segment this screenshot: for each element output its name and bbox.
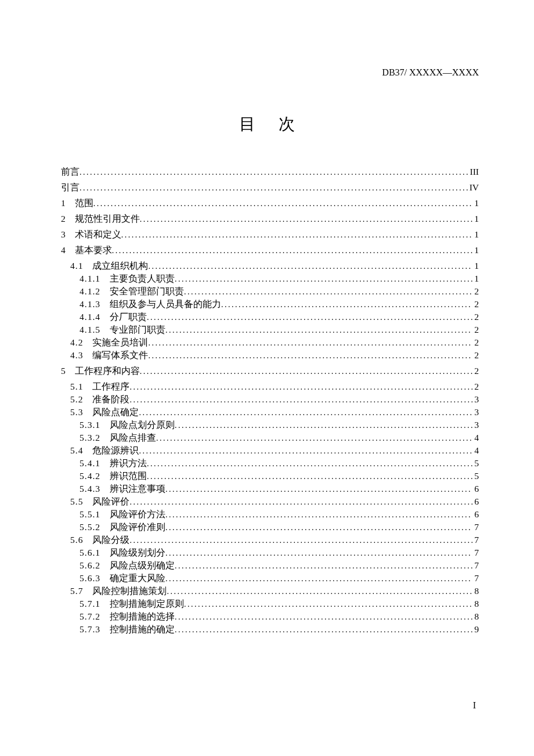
toc-leader-dots [165, 548, 472, 557]
toc-title: 确定重大风险 [110, 574, 165, 583]
toc-entry: 4.1.5 专业部门职责 2 [61, 325, 479, 334]
toc-num: 4.1.3 [80, 300, 100, 309]
toc-title: 成立组织机构 [92, 261, 148, 271]
toc-title: 辨识方法 [110, 459, 147, 468]
toc-num: 5.7.1 [80, 599, 100, 609]
toc-num: 3 [61, 230, 66, 239]
toc-num: 5.4.3 [80, 484, 100, 494]
toc-title: 工作程序和内容 [75, 366, 140, 376]
toc-page: 8 [472, 612, 479, 621]
toc-num: 4.1.4 [80, 312, 100, 322]
toc-entry-intro: 引言 IV [61, 183, 479, 192]
toc-num: 5.4.2 [80, 471, 100, 481]
toc-title: 前言 [61, 167, 80, 177]
toc-leader-dots [140, 214, 473, 224]
toc-entry: 5.6.3 确定重大风险 7 [61, 574, 479, 583]
toc-page: 1 [472, 246, 479, 255]
toc-entry: 5.7.2 控制措施的选择 8 [61, 612, 479, 621]
toc-title: 组织及参与人员具备的能力 [110, 300, 221, 309]
toc-title: 范围 [75, 199, 93, 208]
toc-entry: 4 基本要求 1 [61, 246, 479, 255]
toc-num: 5.6.1 [80, 548, 100, 557]
toc-entry: 5.2 准备阶段 3 [61, 395, 479, 404]
toc-title: 专业部门职责 [110, 325, 165, 334]
toc-page: 1 [472, 274, 479, 283]
toc-entry: 5.1 工作程序 2 [61, 382, 479, 391]
toc-leader-dots [165, 484, 472, 494]
toc-leader-dots [165, 523, 472, 532]
toc-leader-dots [139, 446, 472, 455]
toc-page: 4 [472, 446, 479, 455]
table-of-contents: 前言 III 引言 IV 1 范围 1 2 规范性引用文件 1 3 术语和定义 … [61, 167, 479, 634]
toc-num: 5.6.3 [80, 574, 100, 583]
toc-num: 4.3 [70, 351, 83, 360]
toc-entry: 5.6 风险分级 7 [61, 535, 479, 545]
toc-entry: 5.5.2 风险评价准则 7 [61, 523, 479, 532]
toc-entry: 5 工作程序和内容 2 [61, 366, 479, 376]
toc-title: 风险点排查 [110, 433, 156, 442]
toc-leader-dots [140, 366, 473, 376]
toc-title: 引言 [61, 183, 80, 192]
toc-page: 1 [472, 214, 479, 224]
toc-title: 风险点级别确定 [110, 561, 175, 570]
toc-leader-dots [129, 382, 472, 391]
toc-entry: 5.4 危险源辨识 4 [61, 446, 479, 455]
toc-entry: 5.4.2 辨识范围 5 [61, 471, 479, 481]
toc-title: 工作程序 [92, 382, 129, 391]
toc-num: 5 [61, 366, 66, 376]
toc-title: 安全管理部门职责 [110, 287, 184, 296]
toc-page: 2 [472, 287, 479, 296]
toc-leader-dots [147, 471, 472, 481]
toc-leader-dots [175, 612, 472, 621]
toc-entry: 3 术语和定义 1 [61, 230, 479, 239]
toc-leader-dots [121, 230, 473, 239]
toc-num: 1 [61, 199, 66, 208]
toc-entry: 2 规范性引用文件 1 [61, 214, 479, 224]
toc-num: 5.6.2 [80, 561, 100, 570]
toc-leader-dots [80, 183, 468, 192]
toc-title: 控制措施的选择 [110, 612, 175, 621]
toc-title: 术语和定义 [75, 230, 121, 239]
toc-leader-dots [148, 338, 472, 347]
toc-page: 2 [472, 366, 479, 376]
toc-num: 4 [61, 246, 66, 255]
toc-page: 2 [472, 351, 479, 360]
toc-entry: 5.6.1 风险级别划分 7 [61, 548, 479, 557]
toc-title: 危险源辨识 [92, 446, 139, 455]
toc-leader-dots [139, 408, 472, 417]
toc-num: 4.1.2 [80, 287, 100, 296]
toc-page: 2 [472, 338, 479, 347]
toc-leader-dots [129, 395, 472, 404]
toc-num: 5.7.2 [80, 612, 100, 621]
toc-leader-dots [147, 312, 472, 322]
toc-entry: 5.4.3 辨识注意事项 6 [61, 484, 479, 494]
toc-entry: 4.1 成立组织机构 1 [61, 261, 479, 271]
toc-leader-dots [129, 535, 472, 545]
toc-num: 4.1.5 [80, 325, 100, 334]
toc-page: 2 [472, 325, 479, 334]
toc-page: 6 [472, 497, 479, 506]
toc-num: 5.7.3 [80, 625, 100, 634]
page-number: I [473, 700, 476, 711]
toc-leader-dots [165, 574, 472, 583]
toc-page: 7 [472, 561, 479, 570]
toc-title: 控制措施制定原则 [110, 599, 184, 609]
toc-leader-dots [112, 246, 473, 255]
toc-entry-preface: 前言 III [61, 167, 479, 177]
toc-num: 4.2 [70, 338, 83, 347]
toc-entry: 5.7 风险控制措施策划 8 [61, 586, 479, 596]
toc-leader-dots [148, 261, 472, 271]
toc-entry: 5.5 风险评价 6 [61, 497, 479, 506]
toc-page: 2 [472, 312, 479, 322]
toc-title: 风险评价方法 [110, 510, 165, 519]
toc-leader-dots [175, 625, 472, 634]
toc-entry: 5.3.2 风险点排查 4 [61, 433, 479, 442]
toc-page: IV [468, 183, 479, 192]
toc-num: 5.6 [70, 535, 83, 545]
toc-title: 风险评价 [92, 497, 129, 506]
toc-title: 辨识范围 [110, 471, 147, 481]
toc-num: 5.3.2 [80, 433, 100, 442]
toc-num: 5.4 [70, 446, 83, 455]
toc-entry: 4.2 实施全员培训 2 [61, 338, 479, 347]
toc-num: 4.1.1 [80, 274, 100, 283]
